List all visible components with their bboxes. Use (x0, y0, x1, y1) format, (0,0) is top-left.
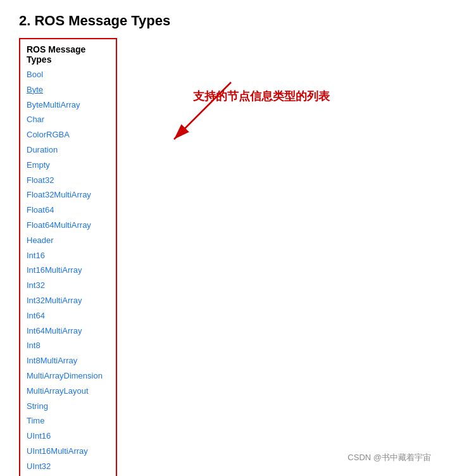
list-item[interactable]: Float32 (27, 173, 109, 188)
list-item[interactable]: Float64MultiArray (27, 218, 109, 233)
footer-credit: CSDN @书中藏着宇宙 (347, 452, 431, 463)
list-item[interactable]: Int16 (27, 248, 109, 263)
list-item[interactable]: Int32MultiArray (27, 293, 109, 308)
list-item[interactable]: Float64 (27, 203, 109, 218)
list-item[interactable]: MultiArrayLayout (27, 384, 109, 399)
page-title: 2. ROS Message Types (19, 13, 431, 29)
list-item[interactable]: UInt16MultiArray (27, 444, 109, 459)
list-item[interactable]: Int32 (27, 278, 109, 293)
list-item[interactable]: Header (27, 233, 109, 248)
list-item[interactable]: Char (27, 112, 109, 127)
list-item[interactable]: Time (27, 413, 109, 429)
list-item[interactable]: Int8MultiArray (27, 353, 109, 368)
list-item[interactable]: Int64MultiArray (27, 323, 109, 339)
list-item[interactable]: Duration (27, 142, 109, 158)
list-item[interactable]: Byte (27, 82, 109, 97)
annotation-text: 支持的节点信息类型的列表 (193, 89, 330, 104)
annotation-area: 支持的节点信息类型的列表 (155, 51, 431, 241)
list-item[interactable]: Int64 (27, 308, 109, 323)
list-item[interactable]: ColorRGBA (27, 127, 109, 142)
message-types-box: ROS Message Types BoolByteByteMultiArray… (19, 38, 117, 476)
list-item[interactable]: UInt32 (27, 459, 109, 474)
list-item[interactable]: Empty (27, 158, 109, 173)
arrow-svg (155, 51, 282, 177)
list-item[interactable]: MultiArrayDimension (27, 368, 109, 384)
list-item[interactable]: Int8 (27, 338, 109, 353)
list-item[interactable]: UInt16 (27, 429, 109, 444)
list-item[interactable]: Float32MultiArray (27, 187, 109, 203)
list-item[interactable]: Bool (27, 67, 109, 82)
list-item[interactable]: Int16MultiArray (27, 263, 109, 278)
list-item[interactable]: String (27, 399, 109, 414)
box-header: ROS Message Types (27, 44, 109, 65)
content-area: ROS Message Types BoolByteByteMultiArray… (19, 38, 431, 476)
list-item[interactable]: UInt32MultiArray (27, 474, 109, 476)
list-item[interactable]: ByteMultiArray (27, 97, 109, 113)
message-types-list: BoolByteByteMultiArrayCharColorRGBADurat… (27, 67, 109, 476)
